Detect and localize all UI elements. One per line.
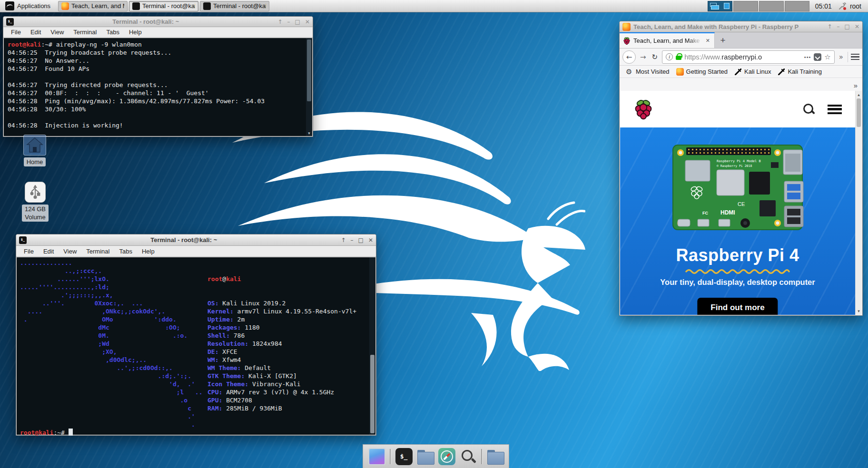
menu-item[interactable]: Tabs [101, 29, 124, 36]
maximize-button[interactable]: □ [358, 235, 364, 245]
taskbar-button[interactable]: Teach, Learn, and Make ... [58, 1, 128, 11]
firefox-window-title: Teach, Learn, and Make with Raspberry Pi… [633, 23, 825, 30]
url-text[interactable]: https://www.raspberrypi.o [684, 53, 801, 61]
site-search-icon[interactable] [803, 103, 815, 116]
dock-item[interactable] [390, 449, 391, 464]
applications-menu-button[interactable]: Applications [1, 1, 54, 11]
menu-item[interactable]: View [46, 29, 69, 36]
bookmark-item[interactable]: Kali Training [775, 67, 824, 77]
taskbar-button[interactable]: Terminal - root@kali: ~ [200, 1, 269, 11]
scroll-up-icon[interactable]: ▴ [856, 91, 862, 98]
pocket-icon[interactable] [814, 53, 821, 61]
maximize-button[interactable]: □ [845, 22, 850, 31]
tab-close-icon[interactable]: ✕ [705, 37, 711, 45]
reload-button[interactable]: ↻ [651, 53, 660, 61]
firefox-window[interactable]: Teach, Learn, and Make with Raspberry Pi… [619, 21, 863, 316]
bookmarks-overflow-icon[interactable]: » [854, 81, 858, 89]
desktop-screen: Home 124 GBVolume [0, 0, 868, 468]
hero-subtitle: Your tiny, dual-display, desktop compute… [620, 278, 855, 287]
bookmark-star-icon[interactable]: ☆ [824, 53, 830, 61]
minimize-button[interactable]: – [287, 17, 290, 27]
terminal1-menubar: FileEditViewTerminalTabsHelp [3, 27, 313, 38]
overflow-menu-icon[interactable]: » [838, 53, 845, 61]
menu-item[interactable]: Tabs [114, 248, 137, 255]
browser-tab[interactable]: Teach, Learn, and Make w ✕ [620, 32, 715, 48]
applications-label: Applications [17, 2, 50, 10]
workspace-2[interactable] [733, 1, 758, 11]
neofetch-info: root@kali OS: Kali Linux 2019.2Kernel: a… [207, 259, 356, 429]
taskbar-button-label: Terminal - root@kali: ~ [213, 2, 266, 10]
site-menu-icon[interactable] [828, 105, 842, 114]
find-out-more-button[interactable]: Find out more [697, 298, 778, 315]
terminal1-title: Terminal - root@kali: ~ [17, 18, 275, 25]
page-actions-icon[interactable]: ••• [804, 54, 811, 60]
maximize-button[interactable]: □ [295, 17, 300, 27]
desktop-icon-home[interactable]: Home [13, 135, 56, 166]
bookmark-icon [734, 68, 742, 76]
menu-item[interactable]: Help [124, 29, 147, 36]
dock-item[interactable] [368, 448, 385, 465]
firefox-titlebar[interactable]: Teach, Learn, and Make with Raspberry Pi… [620, 21, 862, 32]
scrollbar-thumb[interactable] [307, 39, 311, 101]
new-tab-button[interactable]: + [715, 32, 731, 48]
terminal2-scrollbar[interactable] [369, 257, 375, 435]
secure-lock-icon[interactable] [676, 56, 681, 60]
page-scrollbar[interactable]: ▴ ▾ [855, 91, 862, 315]
bookmark-item[interactable]: Kali Linux [732, 67, 773, 77]
scrollbar-thumb[interactable] [857, 98, 861, 127]
dock-item-glyph: $_ [400, 453, 408, 460]
back-button[interactable]: ← [622, 50, 636, 64]
workspace-1[interactable] [708, 1, 732, 11]
menu-item[interactable]: File [19, 248, 39, 255]
menu-item[interactable]: Help [137, 248, 159, 255]
minimize-button[interactable]: – [351, 235, 354, 245]
workspace-4[interactable] [785, 1, 809, 11]
terminal-window-2[interactable]: $_ Terminal - root@kali: ~ ↑ – □ ✕ FileE… [16, 234, 376, 436]
bookmark-item[interactable]: Getting Started [674, 67, 730, 77]
menu-item[interactable]: Terminal [69, 29, 101, 36]
site-info-icon[interactable]: i [666, 53, 673, 60]
workspace-3[interactable] [759, 1, 784, 11]
shade-button[interactable]: ↑ [341, 235, 346, 245]
close-button[interactable]: ✕ [368, 235, 373, 245]
terminal1-scrollbar[interactable]: ▾ [306, 38, 312, 136]
scroll-down-icon[interactable]: ▾ [856, 308, 862, 314]
close-button[interactable]: ✕ [855, 22, 859, 31]
terminal2-content[interactable]: .............. ..,;:ccc,. ......''';lxO.… [17, 257, 375, 435]
shade-button[interactable]: ↑ [278, 17, 283, 27]
menu-item[interactable]: View [59, 248, 81, 255]
site-header [620, 91, 855, 127]
svg-text:HDMI: HDMI [720, 209, 735, 216]
menu-item[interactable]: Edit [39, 248, 59, 255]
dock-item[interactable] [417, 448, 434, 465]
power-plug-icon[interactable] [838, 1, 847, 11]
shade-button[interactable]: ↑ [828, 22, 832, 31]
browser-viewport: Raspberry Pi 4 Model B © Raspberry Pi 20… [620, 91, 862, 315]
raspberry-pi-logo[interactable] [633, 97, 653, 122]
dock-item[interactable] [460, 448, 477, 465]
bookmark-item[interactable]: Most Visited [623, 67, 672, 77]
neofetch-ascii-art: .............. ..,;:ccc,. ......''';lxO.… [20, 259, 203, 429]
browser-menu-icon[interactable] [851, 54, 859, 60]
url-bar[interactable]: i https://www.raspberrypi.o ••• ☆ [662, 50, 835, 64]
taskbar: Teach, Learn, and Make ... Terminal - ro… [58, 1, 269, 11]
minimize-button[interactable]: – [837, 22, 840, 31]
taskbar-button[interactable]: Terminal - root@kali: ~ [129, 1, 198, 11]
dock-item[interactable] [481, 449, 483, 464]
menu-item[interactable]: File [6, 29, 26, 36]
terminal-window-1[interactable]: $_ Terminal - root@kali: ~ ↑ – □ ✕ FileE… [3, 16, 313, 137]
dock-item[interactable]: $_ [395, 448, 413, 465]
scroll-down-icon[interactable]: ▾ [306, 130, 312, 136]
desktop-icon-volume[interactable]: 124 GBVolume [14, 182, 57, 222]
dock-item[interactable] [487, 448, 504, 465]
menu-item[interactable]: Terminal [81, 248, 114, 255]
scrollbar-thumb[interactable] [370, 355, 375, 433]
dock-item[interactable] [438, 448, 455, 465]
terminal1-titlebar[interactable]: $_ Terminal - root@kali: ~ ↑ – □ ✕ [3, 17, 313, 27]
clock[interactable]: 05:01 [812, 2, 835, 10]
terminal1-content[interactable]: root@kali:~# aireplay-ng -9 wlan0mon04:5… [4, 38, 312, 136]
menu-item[interactable]: Edit [26, 29, 46, 36]
close-button[interactable]: ✕ [305, 17, 310, 27]
forward-button[interactable]: → [639, 53, 648, 61]
terminal2-titlebar[interactable]: $_ Terminal - root@kali: ~ ↑ – □ ✕ [16, 234, 376, 246]
